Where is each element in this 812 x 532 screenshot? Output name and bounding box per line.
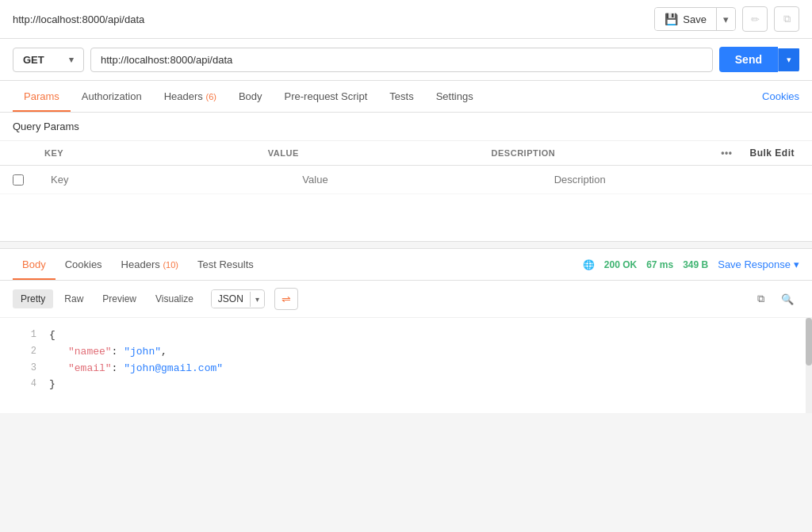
save-label: Save (683, 13, 707, 25)
json-format-chevron-icon[interactable]: ▾ (250, 292, 264, 307)
copy-code-button[interactable]: ⧉ (749, 287, 772, 311)
response-tab-test-results[interactable]: Test Results (188, 249, 263, 280)
send-chevron-button[interactable]: ▾ (778, 48, 799, 71)
top-bar: http://localhost:8000/api/data 💾 Save ▾ … (0, 0, 812, 39)
code-content-2: "namee": "john", (49, 344, 799, 361)
line-number-2: 2 (13, 344, 36, 359)
copy-icon-button[interactable]: ⧉ (774, 6, 799, 32)
params-table: KEY VALUE DESCRIPTION ••• Bulk Edit (0, 140, 812, 194)
tab-params[interactable]: Params (13, 81, 71, 112)
edit-icon: ✏ (751, 13, 760, 25)
save-response-button[interactable]: Save Response ▾ (718, 258, 799, 270)
col-key: KEY (44, 148, 268, 158)
copy-code-icon: ⧉ (757, 293, 764, 305)
format-bar: Pretty Raw Preview Visualize JSON ▾ ⇌ ⧉ … (0, 281, 812, 318)
save-button[interactable]: 💾 Save (655, 8, 716, 30)
line-number-4: 4 (13, 377, 36, 392)
params-empty-area (0, 194, 812, 242)
edit-icon-button[interactable]: ✏ (742, 6, 768, 32)
response-status-area: 🌐 200 OK 67 ms 349 B Save Response ▾ (583, 258, 799, 270)
code-line-4: 4 } (13, 377, 799, 393)
code-content-4: } (49, 377, 799, 393)
tab-settings[interactable]: Settings (425, 81, 485, 112)
bulk-edit-button[interactable]: Bulk Edit (745, 146, 799, 160)
row-checkbox[interactable] (13, 174, 24, 186)
line-number-3: 3 (13, 361, 36, 376)
request-bar: GET ▾ Send ▾ (0, 39, 812, 81)
col-description: DESCRIPTION (492, 148, 715, 158)
send-btn-group: Send ▾ (719, 47, 799, 72)
tab-body[interactable]: Body (228, 81, 274, 112)
response-time: 67 ms (646, 259, 673, 270)
save-response-chevron-icon: ▾ (794, 258, 799, 270)
format-type-select[interactable]: JSON ▾ (211, 289, 265, 308)
top-actions: 💾 Save ▾ ✏ ⧉ (654, 6, 799, 32)
format-tab-preview[interactable]: Preview (94, 289, 144, 308)
value-input[interactable] (296, 169, 547, 190)
response-tab-headers[interactable]: Headers (10) (112, 249, 188, 280)
response-headers-badge: (10) (163, 260, 178, 270)
col-value: VALUE (268, 148, 492, 158)
format-tab-raw[interactable]: Raw (56, 289, 91, 308)
tab-authorization[interactable]: Authorization (71, 81, 153, 112)
tab-tests[interactable]: Tests (378, 81, 424, 112)
save-btn-group: 💾 Save ▾ (654, 7, 736, 31)
method-dropdown[interactable]: GET ▾ (13, 48, 84, 72)
request-tabs-bar: Params Authorization Headers (6) Body Pr… (0, 81, 812, 113)
code-line-2: 2 "namee": "john", (13, 344, 799, 361)
line-number-1: 1 (13, 327, 36, 343)
response-code-area: 1 { 2 "namee": "john", 3 "email": "john@… (0, 318, 812, 413)
search-code-button[interactable]: 🔍 (776, 287, 799, 311)
response-tab-cookies[interactable]: Cookies (56, 249, 112, 280)
method-label: GET (23, 54, 44, 66)
search-icon: 🔍 (781, 293, 794, 305)
table-row (0, 166, 812, 194)
headers-badge: (6) (205, 92, 216, 101)
response-section: Body Cookies Headers (10) Test Results 🌐… (0, 248, 812, 413)
top-url-display: http://localhost:8000/api/data (13, 13, 648, 25)
json-format-label: JSON (212, 290, 250, 308)
format-tab-visualize[interactable]: Visualize (147, 289, 201, 308)
send-button[interactable]: Send (719, 47, 778, 72)
description-input[interactable] (548, 169, 799, 190)
status-ok-badge: 200 OK (604, 259, 637, 270)
globe-icon: 🌐 (583, 259, 595, 270)
response-tab-body[interactable]: Body (13, 249, 56, 280)
copy-icon: ⧉ (783, 13, 791, 25)
code-content-3: "email": "john@gmail.com" (49, 361, 799, 377)
code-line-3: 3 "email": "john@gmail.com" (13, 361, 799, 377)
response-size: 349 B (683, 259, 708, 270)
query-params-header: Query Params (0, 113, 812, 140)
url-input[interactable] (90, 48, 713, 72)
tab-headers[interactable]: Headers (6) (153, 81, 228, 112)
code-line-1: 1 { (13, 327, 799, 344)
save-disk-icon: 💾 (665, 13, 678, 25)
tab-prerequest[interactable]: Pre-request Script (274, 81, 379, 112)
cookies-link[interactable]: Cookies (762, 81, 799, 112)
method-chevron-icon: ▾ (69, 55, 74, 65)
format-tab-pretty[interactable]: Pretty (13, 289, 53, 308)
vertical-scrollbar[interactable] (806, 318, 812, 413)
response-tabs-bar: Body Cookies Headers (10) Test Results 🌐… (0, 249, 812, 281)
more-options-button[interactable]: ••• (714, 146, 738, 160)
save-chevron-button[interactable]: ▾ (717, 9, 735, 30)
wrap-icon: ⇌ (282, 293, 291, 305)
key-input[interactable] (44, 169, 296, 190)
scrollbar-thumb[interactable] (806, 318, 812, 366)
wrap-lines-button[interactable]: ⇌ (274, 288, 298, 310)
code-content-1: { (49, 327, 799, 344)
params-table-header: KEY VALUE DESCRIPTION ••• Bulk Edit (0, 141, 812, 166)
